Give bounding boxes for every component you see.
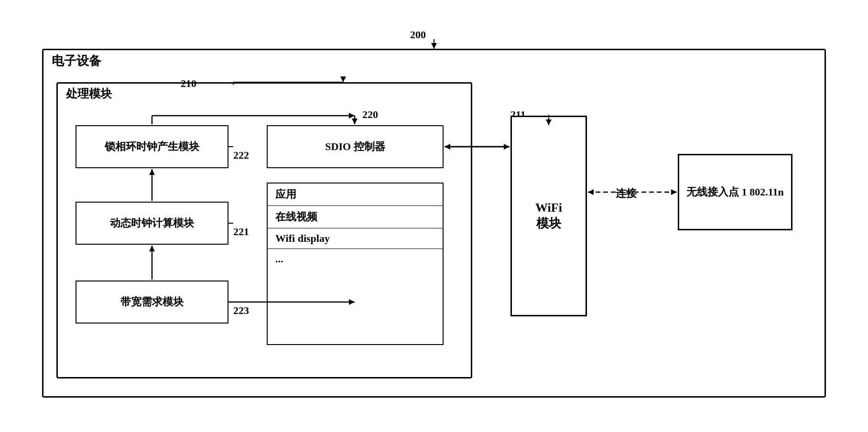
label-220: 220 xyxy=(362,108,378,121)
wifi-module-box: WiFi模块 xyxy=(510,116,587,316)
app-list-item-2: Wifi display xyxy=(268,228,443,249)
svg-marker-1 xyxy=(431,43,437,49)
label-221: 221 xyxy=(233,226,249,238)
label-210: 210 xyxy=(181,77,196,90)
pll-module-box: 锁相环时钟产生模块 xyxy=(76,125,228,168)
app-list-item-0: 应用 xyxy=(268,184,443,206)
label-200: 200 xyxy=(410,29,426,41)
label-223: 223 xyxy=(233,304,249,317)
app-list-item-1: 在线视频 xyxy=(268,206,443,228)
label-222: 222 xyxy=(233,149,249,162)
app-list-item-3: ... xyxy=(268,249,443,269)
diagram-container: 电子设备 200 处理模块 210 211 220 221 222 223 锁相… xyxy=(28,20,840,412)
wireless-ap-box: 无线接入点 1 802.11n xyxy=(678,154,792,230)
sdio-controller-box: SDIO 控制器 xyxy=(267,125,444,168)
connect-label: 连接 xyxy=(616,186,637,201)
app-list-box: 应用 在线视频 Wifi display ... xyxy=(267,183,444,345)
dynamic-clock-box: 动态时钟计算模块 xyxy=(76,202,228,245)
bandwidth-module-box: 带宽需求模块 xyxy=(76,281,228,324)
